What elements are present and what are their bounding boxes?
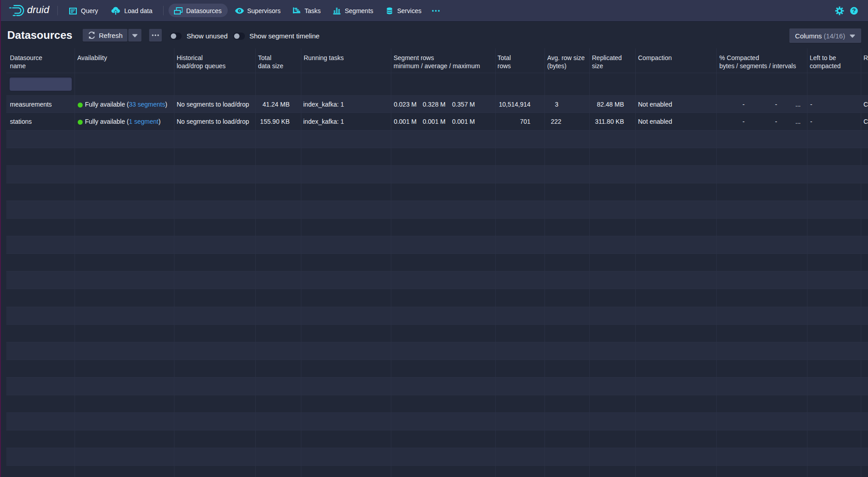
svg-text:?: ? (852, 7, 856, 14)
